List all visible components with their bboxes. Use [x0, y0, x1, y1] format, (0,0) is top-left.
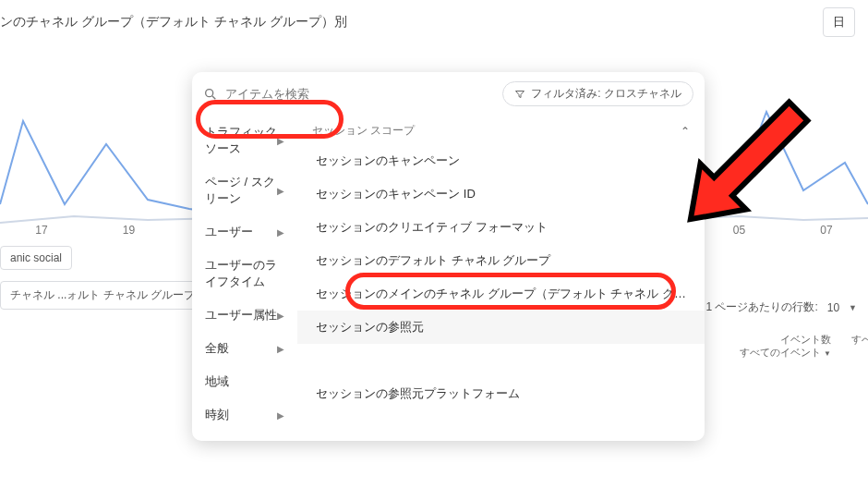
dimension-item[interactable]: セッションのキャンペーン [297, 144, 705, 177]
x-tick: 07 [799, 224, 854, 237]
category-label: 時刻 [205, 407, 229, 423]
category-label: 地域 [205, 373, 229, 390]
filter-icon [514, 89, 525, 100]
rows-per-page-label: 1 ページあたりの行数: [705, 299, 817, 315]
chevron-right-icon: ▶ [277, 344, 284, 354]
series-tag[interactable]: anic social [0, 246, 72, 270]
filter-chip[interactable]: フィルタ済み: クロスチャネル [502, 81, 693, 106]
search-input[interactable] [225, 87, 495, 101]
rows-per-page: 1 ページあたりの行数: 10 ▼ [705, 299, 857, 315]
category-item-general[interactable]: 全般▶ [192, 332, 297, 365]
scope-label: セッション スコープ [312, 123, 415, 139]
day-toggle-button[interactable]: 日 [823, 7, 855, 37]
category-item-user-attributes[interactable]: ユーザー属性▶ [192, 299, 297, 332]
chevron-right-icon: ▶ [277, 186, 284, 196]
category-label: ユーザー属性 [205, 307, 277, 323]
chevron-up-icon: ⌃ [681, 125, 690, 138]
dimension-item[interactable]: セッションのメインのチャネル グループ（デフォルト チャネル グ… [297, 277, 705, 311]
dimension-item[interactable]: セッションのクリエイティブ フォーマット [297, 211, 705, 244]
chevron-right-icon: ▶ [277, 410, 284, 421]
dimension-item-session-source[interactable]: セッションの参照元 [297, 311, 705, 344]
category-item-user-lifetime[interactable]: ユーザーのライフタイム [192, 249, 297, 299]
dimension-picker-popup: フィルタ済み: クロスチャネル トラフィック ソース▶ ページ / スクリーン▶… [192, 72, 705, 441]
search-icon [203, 87, 218, 102]
x-tick: 17 [14, 224, 69, 237]
category-label: トラフィック ソース [205, 124, 277, 157]
category-item-traffic-source[interactable]: トラフィック ソース▶ [192, 116, 297, 165]
rows-per-page-value[interactable]: 10 [827, 301, 839, 314]
dimension-select-label: チャネル ...ォルト チャネル グループ） [10, 287, 206, 303]
category-item-time[interactable]: 時刻▶ [192, 398, 297, 432]
svg-line-1 [212, 96, 215, 99]
svg-point-0 [206, 89, 213, 96]
category-label: ページ / スクリーン [205, 174, 277, 207]
x-tick: 05 [712, 224, 767, 237]
dimension-item[interactable]: セッションのデフォルト チャネル グループ [297, 244, 705, 277]
column-header[interactable]: イベント数 [720, 333, 831, 346]
chevron-right-icon: ▶ [277, 136, 284, 146]
category-item-region[interactable]: 地域 [192, 365, 297, 398]
category-label: ユーザー [205, 224, 253, 240]
category-label: 全般 [205, 340, 229, 357]
category-list: トラフィック ソース▶ ページ / スクリーン▶ ユーザー▶ ユーザーのライフタ… [192, 112, 297, 441]
chevron-down-icon: ▼ [824, 349, 831, 358]
event-filter[interactable]: すべてのイベント ▼ [720, 346, 831, 359]
dimension-item[interactable]: セッションの参照元プラットフォーム [297, 377, 705, 410]
filter-chip-label: フィルタ済み: クロスチャネル [531, 86, 681, 102]
dimension-list: セッション スコープ ⌃ セッションのキャンペーン セッションのキャンペーン I… [297, 112, 705, 441]
category-item-user[interactable]: ユーザー▶ [192, 215, 297, 249]
column-header[interactable]: すべ [848, 333, 868, 363]
event-filter-label: すべてのイベント [740, 347, 821, 358]
category-item-page-screen[interactable]: ページ / スクリーン▶ [192, 165, 297, 215]
page-title: ンのチャネル グループ（デフォルト チャネル グループ）別 [0, 14, 347, 30]
category-label: ユーザーのライフタイム [205, 257, 284, 290]
scope-header[interactable]: セッション スコープ ⌃ [297, 116, 705, 144]
x-tick: 19 [101, 224, 156, 237]
chevron-down-icon[interactable]: ▼ [849, 303, 857, 312]
chevron-right-icon: ▶ [277, 311, 284, 321]
dimension-item[interactable]: セッションのキャンペーン ID [297, 177, 705, 211]
chevron-right-icon: ▶ [277, 227, 284, 238]
